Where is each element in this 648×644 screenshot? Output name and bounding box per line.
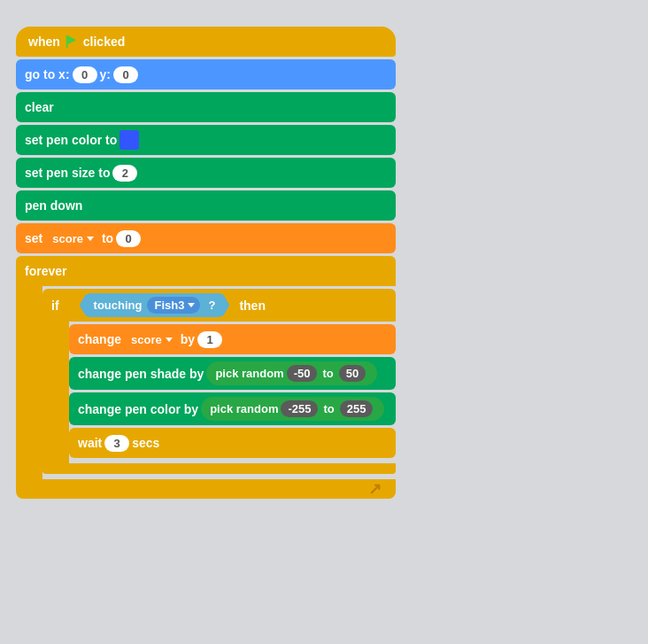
touching-block[interactable]: touching Fish3 ? <box>80 293 230 317</box>
random1-to-input[interactable]: 50 <box>339 365 366 382</box>
wait-input[interactable]: 3 <box>104 435 129 452</box>
change-label: change <box>78 332 121 346</box>
to-label: to <box>102 231 113 245</box>
set-pen-size-block[interactable]: set pen size to 2 <box>16 158 396 188</box>
question-mark: ? <box>208 299 215 312</box>
score-dropdown-arrow <box>87 237 94 241</box>
change-score-input[interactable]: 1 <box>197 331 222 348</box>
forever-top: forever <box>16 256 396 286</box>
random1-from-input[interactable]: -50 <box>287 365 318 382</box>
flag-icon <box>64 34 80 50</box>
pick-random-2-block[interactable]: pick random -255 to 255 <box>201 397 384 421</box>
go-to-block[interactable]: go to x: 0 y: 0 <box>16 59 396 89</box>
clear-block[interactable]: clear <box>16 92 396 122</box>
forever-left-bar <box>16 286 42 479</box>
clicked-label: clicked <box>83 35 125 49</box>
secs-label: secs <box>132 436 159 450</box>
then-label: then <box>239 299 266 313</box>
pen-size-input[interactable]: 2 <box>112 165 137 182</box>
wait-label: wait <box>78 436 102 450</box>
forever-block[interactable]: forever if touching Fish3 <box>16 256 396 499</box>
score-value-input[interactable]: 0 <box>116 230 141 247</box>
pen-down-block[interactable]: pen down <box>16 190 396 221</box>
fish3-dropdown-arrow <box>188 303 195 307</box>
go-to-label: go to x: <box>25 67 70 81</box>
set-label: set <box>25 231 42 245</box>
pen-color-swatch[interactable] <box>120 130 139 150</box>
when-label: when <box>28 35 60 49</box>
if-label: if <box>51 299 59 313</box>
if-inner: change score by 1 change pen shade <box>69 322 396 463</box>
change-pen-shade-block[interactable]: change pen shade by pick random -50 to 5… <box>69 357 396 390</box>
if-left-bar <box>42 322 69 463</box>
score2-dropdown[interactable]: score <box>124 331 178 348</box>
if-block[interactable]: if touching Fish3 ? then <box>42 289 396 474</box>
pen-down-label: pen down <box>25 198 82 213</box>
svg-marker-0 <box>66 35 76 45</box>
forever-label: forever <box>25 264 66 278</box>
random2-from-input[interactable]: -255 <box>281 400 318 417</box>
forever-arrow: ↗ <box>368 479 382 499</box>
set-pen-color-label: set pen color to <box>25 133 117 147</box>
set-pen-size-label: set pen size to <box>25 166 110 180</box>
change-pen-color-label: change pen color by <box>78 402 198 416</box>
when-clicked-block[interactable]: when clicked <box>16 27 396 57</box>
score2-dropdown-arrow <box>166 338 173 342</box>
wait-block[interactable]: wait 3 secs <box>69 428 396 458</box>
pick-random-2-label: pick random <box>210 402 278 415</box>
by-label: by <box>181 332 195 346</box>
score-dropdown[interactable]: score <box>45 230 99 247</box>
touching-label: touching <box>94 299 143 312</box>
clear-label: clear <box>25 100 54 114</box>
set-pen-color-block[interactable]: set pen color to <box>16 125 396 155</box>
y-label: y: <box>100 67 111 81</box>
if-inner-wrapper: change score by 1 change pen shade <box>42 322 396 463</box>
y-input[interactable]: 0 <box>113 66 138 83</box>
change-pen-shade-label: change pen shade by <box>78 367 204 381</box>
pick-random-1-block[interactable]: pick random -50 to 50 <box>206 361 377 385</box>
random2-to-input[interactable]: 255 <box>340 400 374 417</box>
forever-bottom: ↗ <box>16 479 396 499</box>
set-score-block[interactable]: set score to 0 <box>16 223 396 253</box>
fish3-dropdown[interactable]: Fish3 <box>147 297 200 314</box>
forever-inner: if touching Fish3 ? then <box>42 286 396 479</box>
x-input[interactable]: 0 <box>73 66 97 83</box>
blocks-container: when clicked go to x: 0 y: 0 clear set p… <box>16 27 396 501</box>
change-score-block[interactable]: change score by 1 <box>69 324 396 354</box>
change-pen-color-block[interactable]: change pen color by pick random -255 to … <box>69 392 396 425</box>
pick-random-1-label: pick random <box>215 367 283 380</box>
to2-label: to <box>323 402 334 415</box>
if-bottom <box>42 463 396 474</box>
if-top: if touching Fish3 ? then <box>42 289 396 322</box>
to1-label: to <box>322 367 333 380</box>
